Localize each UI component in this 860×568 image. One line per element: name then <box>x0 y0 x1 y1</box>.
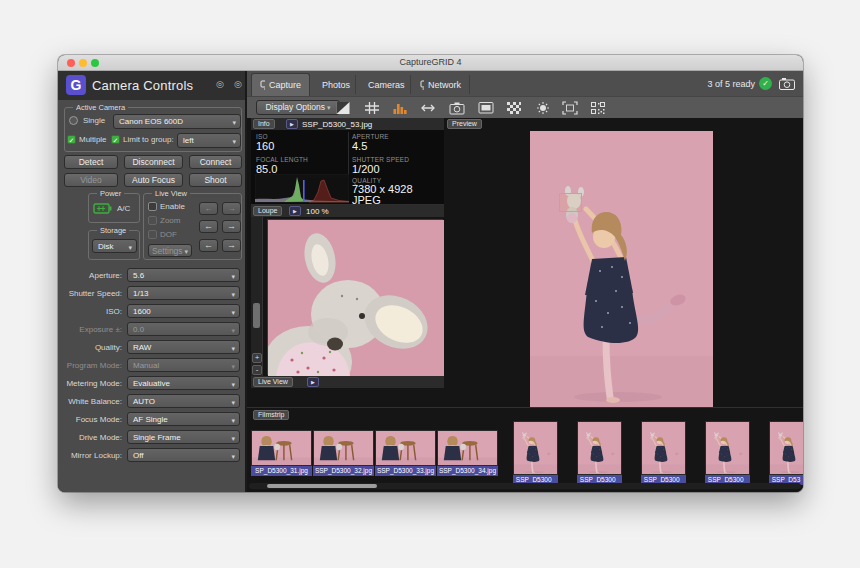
grid-icon[interactable] <box>364 101 380 115</box>
auto-focus-button[interactable]: Auto Focus <box>124 173 183 187</box>
filmstrip-thumbnail[interactable] <box>437 430 498 466</box>
filmstrip-thumbnail[interactable] <box>313 430 374 466</box>
power-group-label: Power <box>97 189 124 198</box>
info-panel-header: Info ▶ SSP_D5300_53.jpg <box>251 118 444 130</box>
filmstrip-thumbnail-label[interactable]: SSP_D5300_34.jpg <box>437 466 498 476</box>
focus-mode-row-label: Focus Mode: <box>58 415 122 424</box>
filmstrip-thumbnail[interactable] <box>513 421 558 475</box>
tab-cameras[interactable]: Cameras <box>356 75 411 94</box>
brightness-icon[interactable] <box>535 101 551 115</box>
storage-dropdown[interactable]: Disk▾ <box>92 239 137 253</box>
camera-timer-icon[interactable] <box>449 101 465 115</box>
shutter-speed-dropdown[interactable]: 1/13▾ <box>127 286 240 300</box>
loupe-zoom-slider-thumb[interactable] <box>253 303 260 328</box>
filmstrip-scrollbar[interactable] <box>249 483 801 489</box>
filmstrip-thumbnail[interactable] <box>641 421 686 475</box>
loupe-panel-header: Loupe ▶ 100 % <box>251 205 444 217</box>
camera-status-icon[interactable] <box>779 77 795 90</box>
aperture-label: APERTURE <box>352 133 389 140</box>
quality-dropdown[interactable]: RAW▾ <box>127 340 240 354</box>
aperture-value: 4.5 <box>352 140 367 152</box>
exposure-dropdown[interactable]: 0.0▾ <box>127 322 240 336</box>
camera-controls-title: Camera Controls <box>92 78 193 93</box>
filmstrip-thumbnail[interactable] <box>769 421 803 475</box>
storage-value: Disk <box>98 242 114 251</box>
left-arrow-icon: ← <box>204 221 213 231</box>
ready-check-icon: ✓ <box>759 77 772 90</box>
video-button[interactable]: Video <box>64 173 118 187</box>
filmstrip-thumbnail-label[interactable]: SSP_D5300_32.jpg <box>313 466 374 476</box>
panel-settings-icon[interactable]: ◎ <box>216 79 224 89</box>
loupe-expand-button[interactable]: ▶ <box>289 206 301 216</box>
camera-model-dropdown[interactable]: Canon EOS 600D▾ <box>113 114 241 129</box>
filmstrip-scrollbar-thumb[interactable] <box>267 484 377 488</box>
filmstrip-thumbnail[interactable] <box>251 430 312 466</box>
loupe-image[interactable] <box>267 219 443 375</box>
live-view-enable-checkbox[interactable] <box>148 202 157 211</box>
mirror-lockup-dropdown[interactable]: Off▾ <box>127 448 240 462</box>
loupe-selection-rectangle[interactable] <box>559 193 582 212</box>
info-expand-button[interactable]: ▶ <box>286 119 298 129</box>
iso-dropdown[interactable]: 1600▾ <box>127 304 240 318</box>
qr-code-icon[interactable] <box>590 101 606 115</box>
live-view-panel-title[interactable]: Live View <box>253 377 293 387</box>
single-radio[interactable] <box>69 116 78 125</box>
mirror-lockup-row-label: Mirror Lockup: <box>58 451 122 460</box>
focus-mode-dropdown[interactable]: AF Single▾ <box>127 412 240 426</box>
filmstrip-thumbnail[interactable] <box>705 421 750 475</box>
detect-button[interactable]: Detect <box>64 155 118 169</box>
filmstrip-thumbnail[interactable] <box>577 421 622 475</box>
resize-arrows-icon[interactable] <box>420 101 436 115</box>
tab-bar: Capture Photos Cameras Network 3 of 5 re… <box>247 71 803 96</box>
filmstrip-thumbnail-label[interactable]: SP_D5300_31.jpg <box>251 466 312 476</box>
single-label: Single <box>83 116 105 125</box>
white-balance-dropdown[interactable]: AUTO▾ <box>127 394 240 408</box>
drive-mode-dropdown[interactable]: Single Frame▾ <box>127 430 240 444</box>
loupe-zoom-slider[interactable]: + - <box>251 217 263 376</box>
drive-mode-row-label: Drive Mode: <box>58 433 122 442</box>
disconnect-button[interactable]: Disconnect <box>124 155 183 169</box>
tab-capture[interactable]: Capture <box>251 73 310 96</box>
filmstrip-thumbnail-label[interactable]: SSP_D5300_33.jpg <box>375 466 436 476</box>
preview-image[interactable] <box>530 131 713 407</box>
chevron-down-icon: ▾ <box>128 242 132 254</box>
filmstrip-thumbnail[interactable] <box>375 430 436 466</box>
display-options-button[interactable]: Display Options▾ <box>256 100 340 115</box>
shoot-button[interactable]: Shoot <box>189 173 242 187</box>
checkerboard-icon[interactable] <box>506 101 522 115</box>
live-view-zoom-checkbox[interactable] <box>148 216 157 225</box>
loupe-zoom-in-button[interactable]: + <box>252 353 262 363</box>
focus-far-small-button[interactable]: → <box>222 202 241 215</box>
live-view-settings-button[interactable]: Settings▾ <box>148 244 192 257</box>
loupe-panel-title[interactable]: Loupe <box>253 206 282 216</box>
info-panel-title[interactable]: Info <box>253 119 275 129</box>
program-mode-dropdown[interactable]: Manual▾ <box>127 358 240 372</box>
exposure-icon[interactable] <box>335 101 351 115</box>
histogram-icon[interactable] <box>392 101 408 115</box>
live-view-expand-button[interactable]: ▶ <box>307 377 319 387</box>
focus-near-small-button[interactable]: ← <box>199 202 218 215</box>
live-view-dof-checkbox[interactable] <box>148 230 157 239</box>
multiple-checkbox[interactable]: ✓ <box>67 135 76 144</box>
focus-far-medium-button[interactable]: → <box>222 220 241 233</box>
focus-near-large-button[interactable]: ← <box>199 239 218 252</box>
group-dropdown[interactable]: left▾ <box>177 133 241 148</box>
metering-mode-dropdown[interactable]: Evaluative▾ <box>127 376 240 390</box>
filmstrip-panel-title[interactable]: Filmstrip <box>253 410 289 420</box>
focus-near-medium-button[interactable]: ← <box>199 220 218 233</box>
zoom-label: Zoom <box>160 216 180 225</box>
tab-network[interactable]: Network <box>411 75 470 94</box>
live-view-group: Live View Enable Zoom DOF Settings▾ ← → … <box>143 193 242 260</box>
tab-photos[interactable]: Photos <box>310 75 356 94</box>
active-camera-group-label: Active Camera <box>73 103 128 112</box>
panel-options-icon[interactable]: ◎ <box>234 79 242 89</box>
focus-far-large-button[interactable]: → <box>222 239 241 252</box>
monitor-image-icon[interactable] <box>478 101 494 115</box>
limit-to-group-checkbox[interactable]: ✓ <box>111 135 120 144</box>
connect-button[interactable]: Connect <box>189 155 242 169</box>
loupe-zoom-out-button[interactable]: - <box>252 365 262 375</box>
crop-frame-icon[interactable] <box>562 101 578 115</box>
active-camera-group: Active Camera Single Canon EOS 600D▾ ✓ M… <box>64 107 242 152</box>
aperture-dropdown[interactable]: 5.6▾ <box>127 268 240 282</box>
preview-panel-title[interactable]: Preview <box>447 119 482 129</box>
